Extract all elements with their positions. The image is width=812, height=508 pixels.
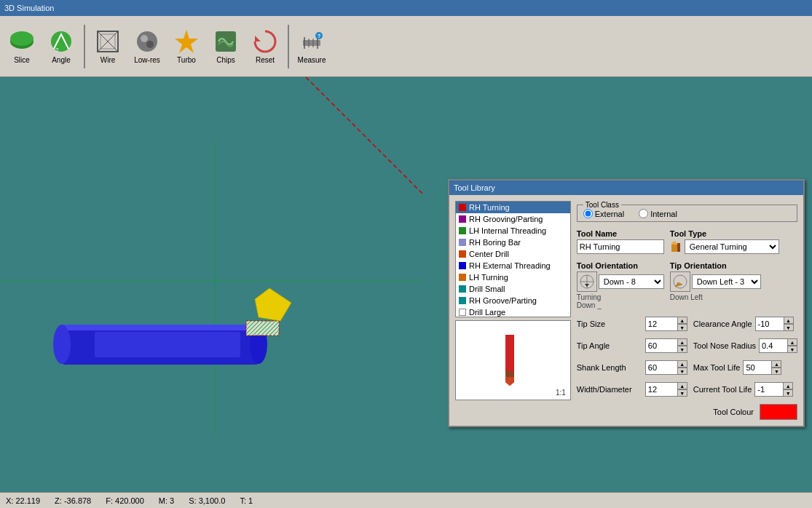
curr-tool-life-label: Current Tool Life [693, 385, 752, 394]
tool-name-input[interactable] [577, 239, 664, 254]
tip-orient-dropdown[interactable]: Down Left - 3 [692, 274, 761, 289]
wire-button[interactable]: Wire [89, 20, 127, 73]
svg-marker-35 [505, 377, 514, 386]
tip-size-up[interactable]: ▲ [677, 317, 687, 324]
tool-list-item-6[interactable]: LH Turning [456, 271, 570, 283]
external-radio-input[interactable] [583, 209, 593, 218]
status-x: X: 22.119 [6, 496, 40, 505]
statusbar: X: 22.119 Z: -36.878 F: 420.000 M: 3 S: … [0, 492, 812, 508]
tool-orient-label: Tool Orientation [577, 261, 664, 270]
svg-point-27 [53, 325, 71, 364]
main-window: 3D Simulation Slice ? Angle [0, 0, 812, 508]
tool-list-item-2[interactable]: LH Internal Threading [456, 225, 570, 237]
turbo-icon [173, 28, 200, 55]
max-tool-life-up[interactable]: ▲ [771, 360, 781, 368]
tool-color-dot-6 [459, 274, 466, 281]
angle-icon: ? [48, 28, 74, 55]
width-diam-input[interactable] [645, 382, 678, 397]
curr-tool-life-down[interactable]: ▼ [783, 389, 793, 397]
status-t: T: 1 [240, 496, 253, 505]
measure-label: Measure [298, 56, 326, 64]
nose-radius-up[interactable]: ▲ [787, 338, 797, 346]
tip-angle-input[interactable] [645, 338, 678, 353]
slice-label: Slice [14, 56, 30, 64]
slice-icon [9, 28, 35, 55]
svg-marker-13 [255, 36, 261, 41]
internal-radio[interactable]: Internal [639, 209, 677, 218]
tool-list-item-1[interactable]: RH Grooving/Parting [456, 213, 570, 225]
clearance-up[interactable]: ▲ [784, 317, 794, 324]
tool-type-label: Tool Type [670, 229, 779, 238]
tool-name-3: RH Boring Bar [469, 238, 521, 247]
max-tool-life-input[interactable] [743, 360, 772, 375]
tool-name-1: RH Grooving/Parting [469, 215, 543, 223]
nose-radius-input[interactable] [759, 338, 788, 353]
tip-angle-label: Tip Angle [577, 341, 642, 350]
tool-library-dialog: Tool Library RH Turning RH Grooving/Part… [448, 179, 805, 427]
svg-marker-31 [255, 288, 291, 321]
tip-angle-down[interactable]: ▼ [677, 346, 687, 353]
chips-button[interactable]: Chips [207, 20, 245, 73]
external-radio[interactable]: External [583, 209, 624, 218]
wire-icon [95, 28, 121, 55]
external-label: External [595, 210, 624, 218]
reset-icon [252, 28, 278, 55]
chips-label: Chips [216, 56, 235, 64]
nose-radius-down[interactable]: ▼ [787, 346, 797, 353]
angle-button[interactable]: ? Angle [42, 20, 80, 73]
lowres-button[interactable]: Low-res [128, 20, 166, 73]
dialog-title-text: Tool Library [454, 183, 495, 192]
tip-angle-up[interactable]: ▲ [677, 338, 687, 346]
svg-marker-44 [675, 282, 682, 287]
width-currlife-row: Width/Diameter ▲ ▼ Current Tool Life [577, 382, 797, 397]
tool-color-dot-7 [459, 285, 466, 293]
shank-length-spinbtns: ▲ ▼ [677, 360, 687, 375]
shank-length-up[interactable]: ▲ [677, 360, 687, 368]
curr-tool-life-up[interactable]: ▲ [783, 382, 793, 389]
tip-size-down[interactable]: ▼ [677, 324, 687, 331]
svg-rect-25 [62, 325, 259, 330]
width-diam-down[interactable]: ▼ [677, 389, 687, 397]
shank-length-down[interactable]: ▼ [677, 368, 687, 375]
curr-tool-life-input[interactable] [754, 382, 784, 397]
tool-color-dot-2 [459, 227, 466, 234]
width-diam-spin: ▲ ▼ [645, 382, 687, 397]
tool-list-item-3[interactable]: RH Boring Bar [456, 237, 570, 248]
svg-point-26 [250, 325, 267, 364]
radio-row: External Internal [583, 209, 791, 218]
tool-list-item-7[interactable]: Drill Small [456, 283, 570, 295]
tip-angle-group: Tip Angle ▲ ▼ [577, 338, 687, 353]
tool-type-dropdown[interactable]: General Turning [685, 239, 779, 254]
internal-radio-input[interactable] [639, 209, 648, 218]
measure-button[interactable]: ? Measure [293, 20, 331, 73]
clearance-angle-group: Clearance Angle ▲ ▼ [693, 317, 794, 331]
max-tool-life-down[interactable]: ▼ [771, 368, 781, 375]
width-diam-up[interactable]: ▲ [677, 382, 687, 389]
turbo-button[interactable]: Turbo [167, 20, 205, 73]
tool-color-dot-1 [459, 215, 466, 223]
tool-name-4: Center Drill [469, 250, 509, 258]
tool-list-item-5[interactable]: RH External Threading [456, 260, 570, 271]
tool-list-item-4[interactable]: Center Drill [456, 248, 570, 260]
tool-list[interactable]: RH Turning RH Grooving/Parting LH Intern… [455, 201, 571, 317]
tool-color-dot-3 [459, 239, 466, 246]
tool-list-item-8[interactable]: RH Groove/Parting [456, 295, 570, 306]
clearance-down[interactable]: ▼ [784, 324, 794, 331]
status-s: S: 3,100.0 [189, 496, 225, 505]
reset-button[interactable]: Reset [246, 20, 284, 73]
tool-list-item-0[interactable]: RH Turning [456, 202, 570, 213]
tool-list-item-9[interactable]: Drill Large [456, 306, 570, 317]
clearance-angle-spin: ▲ ▼ [755, 317, 794, 331]
status-f: F: 420.000 [106, 496, 144, 505]
lowres-icon [134, 28, 160, 55]
tool-colour-button[interactable] [760, 404, 797, 420]
clearance-angle-input[interactable] [755, 317, 784, 331]
orientation-row: Tool Orientation [577, 261, 797, 309]
tool-name-7: Drill Small [469, 285, 505, 293]
tip-size-input[interactable] [645, 317, 678, 331]
max-tool-life-group: Max Tool Life ▲ ▼ [693, 360, 782, 375]
shank-length-input[interactable] [645, 360, 678, 375]
tool-orient-dropdown[interactable]: Down - 8 [599, 274, 664, 289]
slice-button[interactable]: Slice [3, 20, 41, 73]
tool-name-2: LH Internal Threading [469, 226, 546, 235]
